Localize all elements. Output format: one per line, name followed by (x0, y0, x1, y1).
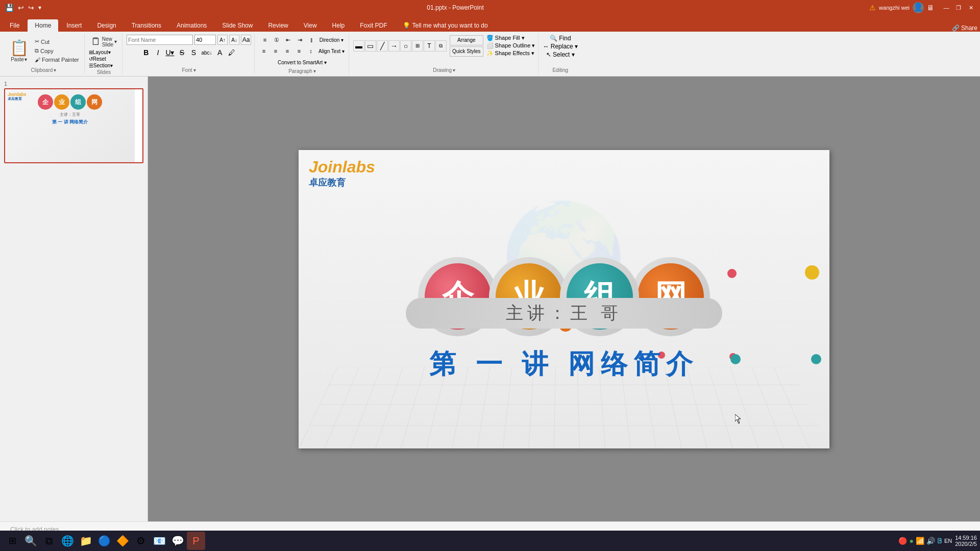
taskbar-mail[interactable]: 📧 (150, 532, 168, 550)
new-slide-button[interactable]: 🗒 NewSlide ▾ (89, 35, 119, 48)
tab-transitions[interactable]: Transitions (125, 19, 168, 32)
arrange-btn[interactable]: Arrange (450, 35, 483, 45)
quick-styles-btn[interactable]: Quick Styles (450, 46, 483, 57)
tray-network[interactable]: 🔴 (898, 537, 907, 545)
tab-view[interactable]: View (297, 19, 324, 32)
canvas-area[interactable]: 🌍 Joinlabs 卓应教育 (148, 77, 980, 521)
tray-app1[interactable]: ● (909, 537, 913, 545)
tab-insert[interactable]: Insert (59, 19, 89, 32)
shape-effects-button[interactable]: ✨ Shape Effects ▾ (486, 50, 535, 57)
bullets-button[interactable]: ≡ (260, 35, 270, 45)
font-name-input[interactable] (127, 35, 193, 45)
shape-line[interactable]: ╱ (377, 40, 388, 52)
shadow-button[interactable]: S (189, 47, 199, 58)
highlight-button[interactable]: 🖊 (227, 47, 237, 58)
group-paragraph: ≡ ① ⇤ ⇥ ⫿ Direction ▾ ≡ ≡ ≡ ≡ ↕ Align Te… (256, 34, 349, 74)
drawing-expand-icon[interactable]: ▾ (453, 67, 455, 73)
font-color-button[interactable]: A (215, 47, 225, 58)
convert-smartart[interactable]: Convert to SmartArt ▾ (277, 57, 328, 67)
paste-button[interactable]: 📋 Paste▾ (6, 37, 32, 64)
increase-indent[interactable]: ⇥ (295, 35, 305, 45)
find-button[interactable]: 🔍 Find (550, 35, 571, 42)
shape-more[interactable]: ⊞ (412, 40, 423, 52)
replace-button[interactable]: ↔ Replace ▾ (543, 43, 578, 50)
slide-thumbnail[interactable]: Joinlabs 卓应教育 企 业 组 网 主讲：王哥 第 一 讲 网络简介 (4, 88, 143, 163)
tab-review[interactable]: Review (261, 19, 295, 32)
tray-battery[interactable]: 🔊 (926, 537, 935, 545)
shape-textbox[interactable]: T (424, 40, 435, 52)
clipboard-expand-icon[interactable]: ▾ (54, 67, 56, 73)
font-size-input[interactable] (194, 35, 216, 45)
group-clipboard: 📋 Paste▾ ✂ Cut ⧉ Copy 🖌 Format Painter (3, 34, 85, 74)
reset-button[interactable]: ↺Reset (89, 56, 106, 62)
line-spacing[interactable]: ↕ (306, 46, 316, 56)
taskbar-explorer[interactable]: 📁 (77, 532, 95, 550)
tab-file[interactable]: File (3, 19, 27, 32)
task-view[interactable]: ⧉ (40, 532, 58, 550)
taskbar: ⊞ 🔍 ⧉ 🌐 📁 🔵 🔶 ⚙ 📧 💬 P 🔴 ● 📶 🔊 𝔹 (0, 531, 980, 551)
taskbar-chrome[interactable]: 🔵 (95, 532, 113, 550)
search-taskbar[interactable]: 🔍 (21, 532, 40, 550)
align-text-button[interactable]: Align Text ▾ (317, 46, 346, 56)
shape-fill-button[interactable]: 🪣 Shape Fill ▾ (486, 35, 535, 41)
tab-search[interactable]: 💡 Tell me what you want to do (396, 19, 495, 32)
quick-access-save[interactable]: 💾 (5, 4, 14, 12)
shape-outline-button[interactable]: ⬜ Shape Outline ▾ (486, 42, 535, 49)
shape-arrow[interactable]: → (388, 40, 400, 52)
decrease-indent[interactable]: ⇤ (283, 35, 293, 45)
tab-foxitpdf[interactable]: Foxit PDF (353, 19, 394, 32)
quick-access-redo[interactable]: ↪ (28, 4, 34, 12)
numbering-button[interactable]: ① (272, 35, 282, 45)
start-button[interactable]: ⊞ (3, 532, 21, 550)
select-button[interactable]: ↖ Select ▾ (546, 51, 575, 58)
tab-animations[interactable]: Animations (169, 19, 214, 32)
restore-button[interactable]: ❐ (954, 4, 963, 12)
slide-canvas[interactable]: 🌍 Joinlabs 卓应教育 (299, 150, 829, 448)
tray-wifi[interactable]: 📶 (916, 537, 924, 545)
text-direction-button[interactable]: Direction ▾ (318, 35, 345, 45)
format-painter-button[interactable]: 🖌 Format Painter (33, 56, 81, 64)
taskbar-powerpoint[interactable]: P (187, 532, 205, 550)
replace-icon: ↔ (543, 43, 549, 50)
share-button[interactable]: 🔗 Share (952, 24, 977, 32)
tab-help[interactable]: Help (325, 19, 352, 32)
layout-button[interactable]: ⊞Layout▾ (89, 49, 111, 55)
italic-button[interactable]: I (153, 47, 163, 58)
taskbar-browser[interactable]: 🌐 (58, 532, 77, 550)
quick-access-undo[interactable]: ↩ (18, 4, 24, 12)
tab-slideshow[interactable]: Slide Show (215, 19, 260, 32)
cut-button[interactable]: ✂ Cut (33, 37, 52, 46)
align-right[interactable]: ≡ (282, 46, 292, 56)
copy-button[interactable]: ⧉ Copy (33, 46, 56, 55)
subscript-button[interactable]: abc↓ (201, 47, 213, 58)
copy-icon: ⧉ (35, 47, 39, 54)
group-slides: 🗒 NewSlide ▾ ⊞Layout▾ ↺Reset ☰Section▾ S… (86, 34, 122, 74)
taskbar-app1[interactable]: 🔶 (113, 532, 132, 550)
taskbar-teams[interactable]: 💬 (168, 532, 187, 550)
clear-formatting[interactable]: Aa (241, 35, 251, 45)
underline-button[interactable]: U▾ (164, 47, 175, 58)
columns-button[interactable]: ⫿ (307, 35, 317, 45)
tray-bluetooth[interactable]: 𝔹 (937, 537, 942, 545)
justify[interactable]: ≡ (294, 46, 304, 56)
close-button[interactable]: ✕ (967, 4, 975, 12)
bold-button[interactable]: B (141, 47, 151, 58)
window-title: 01.pptx - PowerPoint (41, 4, 869, 11)
align-center[interactable]: ≡ (271, 46, 281, 56)
tab-design[interactable]: Design (90, 19, 123, 32)
minimize-button[interactable]: — (942, 4, 950, 12)
shape-rounded-rect[interactable]: ▭ (365, 40, 376, 52)
section-button[interactable]: ☰Section▾ (89, 63, 113, 68)
tray-input[interactable]: EN (944, 538, 952, 544)
shape-oval[interactable]: ○ (400, 40, 411, 52)
align-left[interactable]: ≡ (259, 46, 269, 56)
font-expand-icon[interactable]: ▾ (193, 67, 196, 73)
taskbar-settings[interactable]: ⚙ (132, 532, 150, 550)
arrange-button[interactable]: ⧉ (435, 40, 447, 52)
font-size-decrease[interactable]: A↓ (229, 35, 239, 45)
strikethrough-button[interactable]: S (177, 47, 187, 58)
shape-rect[interactable]: ▬ (353, 40, 364, 52)
font-size-increase[interactable]: A↑ (217, 35, 228, 45)
tab-home[interactable]: Home (28, 19, 58, 32)
para-expand-icon[interactable]: ▾ (313, 68, 316, 74)
